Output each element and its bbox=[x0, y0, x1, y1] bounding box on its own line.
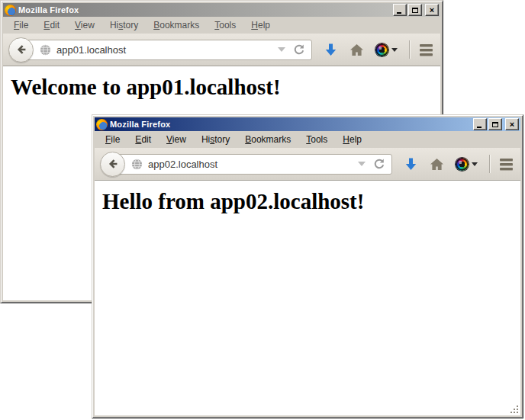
maximize-icon bbox=[412, 8, 418, 13]
menu-bookmarks[interactable]: Bookmarks bbox=[237, 132, 298, 147]
menu-help[interactable]: Help bbox=[243, 18, 278, 33]
url-bar[interactable]: app02.localhost bbox=[112, 154, 392, 175]
menu-history[interactable]: History bbox=[194, 132, 237, 147]
window-controls: × bbox=[393, 4, 439, 16]
menu-history[interactable]: History bbox=[102, 18, 146, 33]
page-heading: Welcome to app01.localhost! bbox=[11, 75, 440, 100]
back-button[interactable] bbox=[8, 37, 34, 63]
home-button[interactable] bbox=[430, 158, 444, 171]
back-arrow-icon bbox=[107, 158, 119, 170]
titlebar[interactable]: Mozilla Firefox × bbox=[3, 3, 440, 17]
menu-tools[interactable]: Tools bbox=[298, 132, 335, 147]
download-arrow-icon bbox=[404, 157, 418, 172]
reload-icon[interactable] bbox=[373, 158, 385, 170]
menu-edit[interactable]: Edit bbox=[36, 18, 67, 33]
navigation-toolbar: app01.localhost bbox=[3, 34, 440, 66]
urlbar-dropdown-icon[interactable] bbox=[278, 47, 285, 52]
resize-grip[interactable] bbox=[509, 404, 520, 415]
window-title: Mozilla Firefox bbox=[18, 5, 79, 14]
minimize-icon bbox=[477, 127, 482, 128]
menu-view[interactable]: View bbox=[67, 18, 102, 33]
window-controls: × bbox=[473, 118, 519, 130]
dropdown-caret-icon bbox=[391, 48, 398, 52]
globe-icon bbox=[131, 159, 143, 170]
globe-icon bbox=[40, 44, 51, 56]
maximize-icon bbox=[492, 122, 498, 127]
hamburger-menu-icon bbox=[500, 159, 513, 161]
minimize-icon bbox=[397, 12, 401, 14]
maximize-button[interactable] bbox=[488, 118, 502, 130]
url-text[interactable]: app01.localhost bbox=[56, 44, 273, 56]
colorwheel-extension-icon bbox=[375, 43, 388, 56]
maximize-button[interactable] bbox=[408, 4, 422, 16]
home-icon bbox=[349, 43, 364, 56]
menu-bookmarks[interactable]: Bookmarks bbox=[146, 18, 207, 33]
url-text[interactable]: app02.localhost bbox=[148, 159, 353, 170]
menu-file[interactable]: File bbox=[6, 18, 36, 33]
reload-icon[interactable] bbox=[293, 43, 305, 56]
close-button[interactable]: × bbox=[505, 118, 519, 130]
toolbar-separator bbox=[489, 155, 490, 173]
menu-hamburger-button[interactable] bbox=[500, 159, 513, 170]
back-arrow-icon bbox=[15, 43, 27, 56]
page-content: Hello from app02.localhost! bbox=[95, 181, 520, 415]
download-arrow-icon bbox=[324, 43, 338, 57]
navigation-toolbar: app02.localhost bbox=[95, 148, 520, 181]
hamburger-menu-icon bbox=[420, 44, 433, 46]
menu-edit[interactable]: Edit bbox=[127, 132, 159, 147]
window-title: Mozilla Firefox bbox=[110, 120, 170, 129]
titlebar[interactable]: Mozilla Firefox × bbox=[95, 117, 520, 131]
menu-bar: File Edit View History Bookmarks Tools H… bbox=[3, 17, 440, 34]
firefox-window-app02: Mozilla Firefox × File Edit View History… bbox=[92, 114, 523, 418]
toolbar-separator bbox=[409, 40, 410, 59]
page-heading: Hello from app02.localhost! bbox=[102, 189, 520, 214]
firefox-logo-icon bbox=[96, 119, 108, 130]
dropdown-caret-icon bbox=[472, 162, 478, 166]
urlbar-dropdown-icon[interactable] bbox=[358, 162, 366, 166]
url-bar[interactable]: app01.localhost bbox=[21, 40, 312, 60]
colorwheel-extension-icon bbox=[456, 158, 469, 171]
close-icon: × bbox=[430, 6, 434, 14]
home-icon bbox=[430, 158, 444, 171]
firefox-logo-icon bbox=[5, 5, 16, 16]
menu-file[interactable]: File bbox=[98, 132, 127, 147]
close-button[interactable]: × bbox=[425, 4, 439, 16]
close-icon: × bbox=[510, 120, 514, 129]
menu-hamburger-button[interactable] bbox=[420, 44, 433, 56]
home-button[interactable] bbox=[349, 43, 364, 56]
menu-tools[interactable]: Tools bbox=[207, 18, 243, 33]
extension-colorwheel-button[interactable] bbox=[456, 158, 478, 171]
menu-help[interactable]: Help bbox=[335, 132, 369, 147]
menu-bar: File Edit View History Bookmarks Tools H… bbox=[95, 131, 520, 148]
minimize-button[interactable] bbox=[473, 118, 487, 130]
menu-view[interactable]: View bbox=[159, 132, 194, 147]
minimize-button[interactable] bbox=[393, 4, 407, 16]
back-button[interactable] bbox=[100, 152, 125, 177]
extension-colorwheel-button[interactable] bbox=[375, 43, 398, 56]
downloads-button[interactable] bbox=[404, 157, 418, 172]
downloads-button[interactable] bbox=[324, 43, 338, 57]
